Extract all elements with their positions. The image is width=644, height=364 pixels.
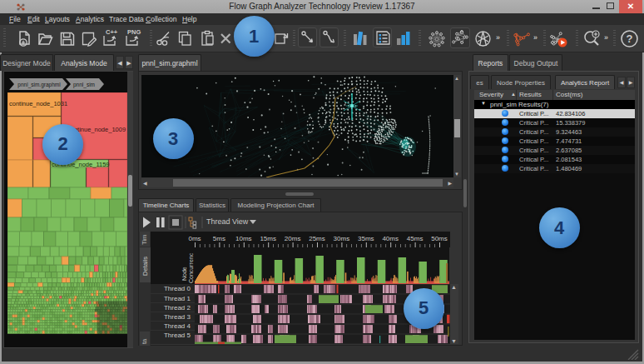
svg-text:continue_node_1031: continue_node_1031 (9, 100, 67, 107)
svg-text:C++: C++ (106, 28, 118, 36)
svg-text:30ms: 30ms (334, 235, 350, 242)
svg-text:25ms: 25ms (309, 235, 325, 242)
svg-text:35ms: 35ms (358, 235, 374, 242)
svg-text:40ms: 40ms (382, 235, 399, 242)
svg-text:pnnl_sim.graphml: pnnl_sim.graphml (17, 82, 61, 88)
svg-text:Details: Details (141, 257, 149, 276)
svg-text:20ms: 20ms (285, 235, 301, 242)
svg-text:10ms: 10ms (235, 235, 252, 242)
svg-text:5ms: 5ms (213, 235, 225, 242)
svg-text:PNG: PNG (127, 28, 141, 36)
svg-text:15ms: 15ms (260, 235, 276, 242)
svg-text:45ms: 45ms (407, 235, 424, 242)
svg-text:50ms: 50ms (431, 235, 448, 242)
svg-text:pnnl_sim: pnnl_sim (73, 82, 95, 88)
svg-text:0ms: 0ms (188, 235, 201, 242)
svg-text:?: ? (627, 32, 633, 45)
svg-text:ta: ta (141, 338, 148, 344)
svg-text:Tim: Tim (141, 235, 148, 245)
